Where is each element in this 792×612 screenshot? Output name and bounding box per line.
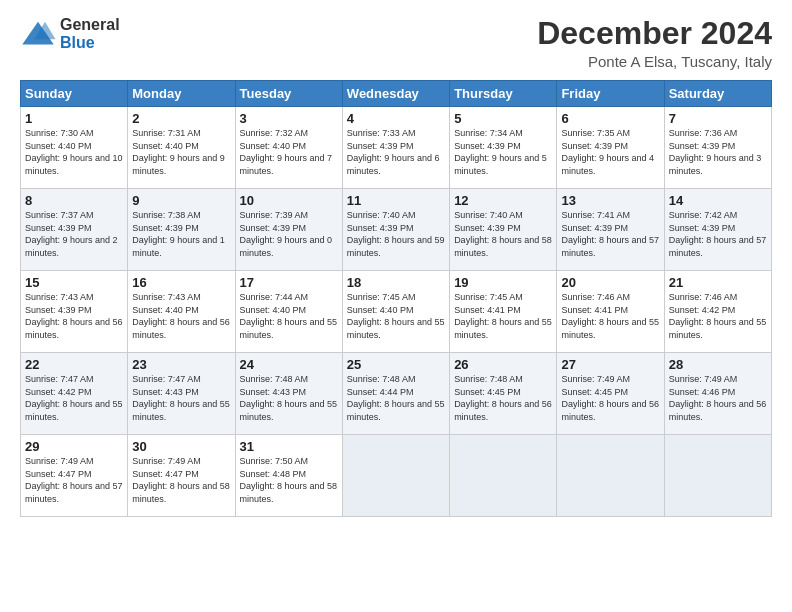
day-number: 23: [132, 357, 230, 372]
calendar-cell: 14Sunrise: 7:42 AMSunset: 4:39 PMDayligh…: [664, 189, 771, 271]
week-row-2: 8Sunrise: 7:37 AMSunset: 4:39 PMDaylight…: [21, 189, 772, 271]
header-saturday: Saturday: [664, 81, 771, 107]
day-info: Sunrise: 7:39 AMSunset: 4:39 PMDaylight:…: [240, 209, 338, 259]
calendar-cell: 30Sunrise: 7:49 AMSunset: 4:47 PMDayligh…: [128, 435, 235, 517]
day-number: 14: [669, 193, 767, 208]
header-monday: Monday: [128, 81, 235, 107]
calendar-cell: 23Sunrise: 7:47 AMSunset: 4:43 PMDayligh…: [128, 353, 235, 435]
calendar-header-row: SundayMondayTuesdayWednesdayThursdayFrid…: [21, 81, 772, 107]
week-row-3: 15Sunrise: 7:43 AMSunset: 4:39 PMDayligh…: [21, 271, 772, 353]
calendar-cell: 27Sunrise: 7:49 AMSunset: 4:45 PMDayligh…: [557, 353, 664, 435]
day-info: Sunrise: 7:48 AMSunset: 4:45 PMDaylight:…: [454, 373, 552, 423]
calendar-cell: 19Sunrise: 7:45 AMSunset: 4:41 PMDayligh…: [450, 271, 557, 353]
week-row-4: 22Sunrise: 7:47 AMSunset: 4:42 PMDayligh…: [21, 353, 772, 435]
calendar-cell: 25Sunrise: 7:48 AMSunset: 4:44 PMDayligh…: [342, 353, 449, 435]
day-info: Sunrise: 7:37 AMSunset: 4:39 PMDaylight:…: [25, 209, 123, 259]
day-info: Sunrise: 7:43 AMSunset: 4:39 PMDaylight:…: [25, 291, 123, 341]
day-info: Sunrise: 7:31 AMSunset: 4:40 PMDaylight:…: [132, 127, 230, 177]
day-info: Sunrise: 7:40 AMSunset: 4:39 PMDaylight:…: [454, 209, 552, 259]
day-info: Sunrise: 7:46 AMSunset: 4:42 PMDaylight:…: [669, 291, 767, 341]
day-number: 8: [25, 193, 123, 208]
week-row-5: 29Sunrise: 7:49 AMSunset: 4:47 PMDayligh…: [21, 435, 772, 517]
calendar-cell: [342, 435, 449, 517]
day-number: 2: [132, 111, 230, 126]
day-info: Sunrise: 7:46 AMSunset: 4:41 PMDaylight:…: [561, 291, 659, 341]
day-info: Sunrise: 7:44 AMSunset: 4:40 PMDaylight:…: [240, 291, 338, 341]
calendar-cell: 7Sunrise: 7:36 AMSunset: 4:39 PMDaylight…: [664, 107, 771, 189]
header-friday: Friday: [557, 81, 664, 107]
day-number: 27: [561, 357, 659, 372]
day-number: 7: [669, 111, 767, 126]
title-block: December 2024 Ponte A Elsa, Tuscany, Ita…: [537, 16, 772, 70]
header-thursday: Thursday: [450, 81, 557, 107]
day-number: 10: [240, 193, 338, 208]
calendar-cell: 31Sunrise: 7:50 AMSunset: 4:48 PMDayligh…: [235, 435, 342, 517]
calendar-cell: 20Sunrise: 7:46 AMSunset: 4:41 PMDayligh…: [557, 271, 664, 353]
page: General Blue December 2024 Ponte A Elsa,…: [0, 0, 792, 527]
day-info: Sunrise: 7:49 AMSunset: 4:47 PMDaylight:…: [132, 455, 230, 505]
day-info: Sunrise: 7:49 AMSunset: 4:46 PMDaylight:…: [669, 373, 767, 423]
day-number: 5: [454, 111, 552, 126]
logo: General Blue: [20, 16, 120, 52]
day-number: 9: [132, 193, 230, 208]
calendar-cell: 16Sunrise: 7:43 AMSunset: 4:40 PMDayligh…: [128, 271, 235, 353]
location-title: Ponte A Elsa, Tuscany, Italy: [537, 53, 772, 70]
day-number: 15: [25, 275, 123, 290]
calendar-cell: 6Sunrise: 7:35 AMSunset: 4:39 PMDaylight…: [557, 107, 664, 189]
day-info: Sunrise: 7:32 AMSunset: 4:40 PMDaylight:…: [240, 127, 338, 177]
day-info: Sunrise: 7:49 AMSunset: 4:47 PMDaylight:…: [25, 455, 123, 505]
day-number: 11: [347, 193, 445, 208]
calendar-cell: 17Sunrise: 7:44 AMSunset: 4:40 PMDayligh…: [235, 271, 342, 353]
month-title: December 2024: [537, 16, 772, 51]
day-info: Sunrise: 7:47 AMSunset: 4:42 PMDaylight:…: [25, 373, 123, 423]
day-info: Sunrise: 7:36 AMSunset: 4:39 PMDaylight:…: [669, 127, 767, 177]
day-number: 28: [669, 357, 767, 372]
day-number: 16: [132, 275, 230, 290]
day-number: 3: [240, 111, 338, 126]
day-number: 1: [25, 111, 123, 126]
day-number: 30: [132, 439, 230, 454]
calendar-cell: 3Sunrise: 7:32 AMSunset: 4:40 PMDaylight…: [235, 107, 342, 189]
day-number: 31: [240, 439, 338, 454]
day-number: 19: [454, 275, 552, 290]
day-number: 20: [561, 275, 659, 290]
calendar-cell: 24Sunrise: 7:48 AMSunset: 4:43 PMDayligh…: [235, 353, 342, 435]
day-info: Sunrise: 7:48 AMSunset: 4:44 PMDaylight:…: [347, 373, 445, 423]
calendar-cell: 29Sunrise: 7:49 AMSunset: 4:47 PMDayligh…: [21, 435, 128, 517]
calendar-cell: 21Sunrise: 7:46 AMSunset: 4:42 PMDayligh…: [664, 271, 771, 353]
calendar-cell: 28Sunrise: 7:49 AMSunset: 4:46 PMDayligh…: [664, 353, 771, 435]
calendar-cell: 22Sunrise: 7:47 AMSunset: 4:42 PMDayligh…: [21, 353, 128, 435]
week-row-1: 1Sunrise: 7:30 AMSunset: 4:40 PMDaylight…: [21, 107, 772, 189]
calendar-cell: 4Sunrise: 7:33 AMSunset: 4:39 PMDaylight…: [342, 107, 449, 189]
calendar-cell: 18Sunrise: 7:45 AMSunset: 4:40 PMDayligh…: [342, 271, 449, 353]
day-info: Sunrise: 7:49 AMSunset: 4:45 PMDaylight:…: [561, 373, 659, 423]
day-info: Sunrise: 7:40 AMSunset: 4:39 PMDaylight:…: [347, 209, 445, 259]
calendar-cell: 11Sunrise: 7:40 AMSunset: 4:39 PMDayligh…: [342, 189, 449, 271]
day-number: 24: [240, 357, 338, 372]
logo-icon: [20, 20, 56, 48]
day-number: 26: [454, 357, 552, 372]
day-info: Sunrise: 7:30 AMSunset: 4:40 PMDaylight:…: [25, 127, 123, 177]
day-info: Sunrise: 7:38 AMSunset: 4:39 PMDaylight:…: [132, 209, 230, 259]
calendar-cell: [664, 435, 771, 517]
logo-text: General Blue: [60, 16, 120, 52]
calendar-cell: [450, 435, 557, 517]
calendar-cell: 10Sunrise: 7:39 AMSunset: 4:39 PMDayligh…: [235, 189, 342, 271]
header: General Blue December 2024 Ponte A Elsa,…: [20, 16, 772, 70]
day-info: Sunrise: 7:48 AMSunset: 4:43 PMDaylight:…: [240, 373, 338, 423]
day-info: Sunrise: 7:41 AMSunset: 4:39 PMDaylight:…: [561, 209, 659, 259]
day-info: Sunrise: 7:33 AMSunset: 4:39 PMDaylight:…: [347, 127, 445, 177]
day-info: Sunrise: 7:43 AMSunset: 4:40 PMDaylight:…: [132, 291, 230, 341]
day-number: 18: [347, 275, 445, 290]
day-info: Sunrise: 7:34 AMSunset: 4:39 PMDaylight:…: [454, 127, 552, 177]
header-wednesday: Wednesday: [342, 81, 449, 107]
calendar-cell: 13Sunrise: 7:41 AMSunset: 4:39 PMDayligh…: [557, 189, 664, 271]
header-tuesday: Tuesday: [235, 81, 342, 107]
day-number: 17: [240, 275, 338, 290]
day-info: Sunrise: 7:45 AMSunset: 4:40 PMDaylight:…: [347, 291, 445, 341]
day-number: 13: [561, 193, 659, 208]
day-info: Sunrise: 7:47 AMSunset: 4:43 PMDaylight:…: [132, 373, 230, 423]
day-number: 21: [669, 275, 767, 290]
header-sunday: Sunday: [21, 81, 128, 107]
day-info: Sunrise: 7:45 AMSunset: 4:41 PMDaylight:…: [454, 291, 552, 341]
